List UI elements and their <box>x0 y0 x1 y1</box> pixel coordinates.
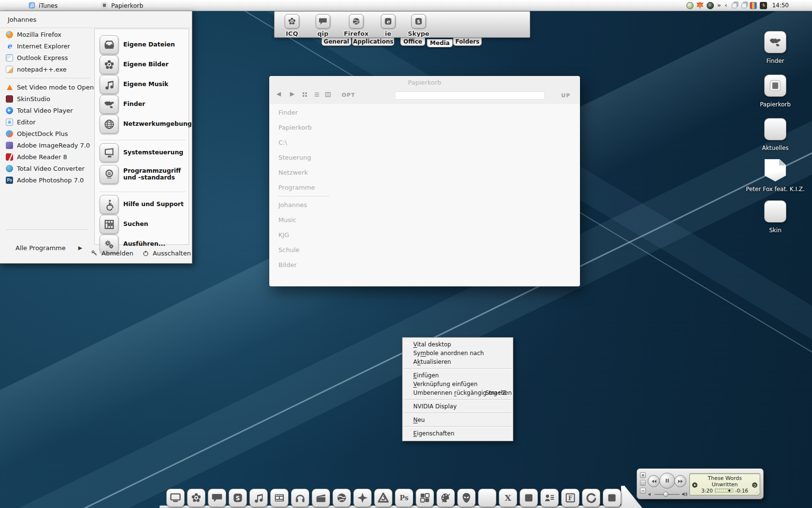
start-menu-item-editor[interactable]: ≡Editor <box>4 116 92 128</box>
sidebar-item-steuerung[interactable]: Steuerung <box>278 150 315 165</box>
tab-office[interactable]: Office <box>400 38 425 46</box>
desktop-icon-peter-fox-feat-k-i-z[interactable]: Peter Fox feat. K.I.Z. <box>746 159 804 193</box>
up-button[interactable]: UP <box>561 92 570 99</box>
shelf-app-firefox[interactable] <box>349 14 363 29</box>
dock-objectdock[interactable] <box>582 489 600 507</box>
sidebar-item-finder[interactable]: Finder <box>278 105 315 120</box>
dock-burner[interactable] <box>374 489 392 507</box>
dock-computer[interactable] <box>166 489 185 507</box>
context-menu-item-nvidia-display[interactable]: NVIDIA Display <box>403 402 513 411</box>
start-menu-place-systemsteuerung[interactable]: Systemsteuerung <box>100 143 188 163</box>
start-menu-item-adobe-imageready-7-0[interactable]: Adobe ImageReady 7.0 <box>4 139 92 151</box>
all-programs-button[interactable]: Alle Programme ▶ <box>15 244 82 252</box>
sidebar-item-bilder[interactable]: Bilder <box>278 257 315 272</box>
start-menu-place-finder[interactable]: Finder <box>100 94 188 114</box>
dock-paint[interactable] <box>436 489 455 507</box>
dock-skype[interactable]: S <box>229 489 247 507</box>
tab-media[interactable]: Media <box>427 39 453 47</box>
context-menu-item-vital-desktop[interactable]: Vital desktop <box>403 340 513 349</box>
start-menu-place-programmzugriff-und-standards[interactable]: Programmzugriff und -standards <box>100 163 188 186</box>
shelf-app-qip[interactable] <box>316 14 330 29</box>
start-menu-item-internet-explorer[interactable]: eInternet Explorer <box>4 40 92 52</box>
previous-button[interactable] <box>648 475 660 487</box>
dock-x11[interactable]: X <box>499 489 517 507</box>
dock-applications[interactable] <box>416 489 434 507</box>
dock-window[interactable] <box>520 489 538 507</box>
context-menu-item-eigenschaften[interactable]: Eigenschaften <box>403 429 513 438</box>
taskbar-item-itunes[interactable]: iTunes <box>28 0 58 11</box>
player-restore-button[interactable]: □ <box>640 480 646 486</box>
colorapp-icon[interactable] <box>750 2 757 9</box>
start-menu-item-set-video-mode-to-opengl[interactable]: Set Video mode to OpenGL <box>4 81 92 93</box>
start-menu-item-adobe-photoshop-7-0[interactable]: PsAdobe Photoshop 7.0 <box>4 174 92 186</box>
opt-button[interactable]: OPT <box>342 92 355 98</box>
desktop-icon-finder[interactable]: Finder <box>746 31 804 64</box>
desktop-icon-papierkorb[interactable]: Papierkorb <box>746 75 804 108</box>
start-menu-item-mozilla-firefox[interactable]: Mozilla Firefox <box>4 29 92 40</box>
desktop-icon-aktuelles[interactable]: Aktuelles <box>746 118 804 151</box>
next-button[interactable] <box>674 475 686 487</box>
start-menu-item-objectdock-plus[interactable]: ObjectDock Plus <box>4 128 92 139</box>
context-menu-item-umbenennen-r-ckg-ngig-machen[interactable]: Umbenennen rückgängig machenStrg+Z <box>403 388 513 397</box>
sidebar-item-netzwerk[interactable]: Netzwerk <box>278 165 315 180</box>
snagit-icon[interactable] <box>686 2 694 9</box>
dock-blank[interactable] <box>478 489 496 507</box>
start-menu-place-netzwerkumgebung[interactable]: Netzwerkumgebung <box>100 114 188 134</box>
context-menu-item-neu[interactable]: Neu <box>403 416 513 424</box>
taskbar-item-papierkorb[interactable]: Papierkorb <box>101 0 143 11</box>
start-menu-place-hilfe-und-support[interactable]: Hilfe und Support <box>100 194 188 214</box>
sidebar-item-music[interactable]: Music <box>278 212 315 227</box>
dock-star[interactable] <box>353 489 372 507</box>
column-view-button[interactable] <box>324 91 332 98</box>
winstack-icon[interactable] <box>732 3 737 8</box>
shutdown-button[interactable]: Ausschalten <box>142 250 191 257</box>
dock-video-editor[interactable] <box>312 489 330 507</box>
start-menu-item-outlook-express[interactable]: Outlook Express <box>4 52 92 63</box>
dock-movies[interactable] <box>270 489 289 507</box>
context-menu-item-symbole-anordnen-nach[interactable]: Symbole anordnen nach <box>403 349 513 358</box>
tab-applications[interactable]: Applications <box>352 38 394 46</box>
dock-photoshop[interactable]: Ps <box>395 489 413 507</box>
dock-audio[interactable] <box>291 489 309 507</box>
dock-alien[interactable] <box>457 489 476 507</box>
volume-knob[interactable] <box>663 492 668 497</box>
player-close-button[interactable]: × <box>640 472 646 478</box>
tab-general[interactable]: General <box>321 38 351 46</box>
player-minimize-button[interactable]: − <box>640 488 646 493</box>
dock-qip[interactable] <box>208 489 226 507</box>
pause-button[interactable] <box>659 473 675 489</box>
dock-fonts[interactable]: F <box>561 489 580 507</box>
dock-internet[interactable] <box>333 489 351 507</box>
search-input[interactable] <box>395 91 545 100</box>
resize-grip[interactable] <box>756 492 762 497</box>
start-menu-item-notepad-exe[interactable]: notepad++.exe <box>4 63 92 75</box>
context-menu-item-aktualisieren[interactable]: Aktualisieren <box>403 358 513 366</box>
sidebar-item-kjg[interactable]: KJG <box>278 227 315 242</box>
tab-folders[interactable]: Folders <box>453 38 482 46</box>
progress-bar[interactable] <box>715 489 733 493</box>
desktop-icon-skin[interactable]: Skin <box>746 200 804 234</box>
chevron-left-icon[interactable]: ‹ <box>724 2 727 9</box>
context-menu-item-verkn-pfung-einf-gen[interactable]: Verknüpfung einfügen <box>403 380 513 388</box>
dock-contacts[interactable] <box>540 489 559 507</box>
dock-icq[interactable] <box>187 489 205 507</box>
start-menu-item-total-video-player[interactable]: ▶Total Video Player <box>4 105 92 116</box>
dock-trash[interactable] <box>603 489 621 507</box>
sidebar-item-schule[interactable]: Schule <box>278 242 315 257</box>
context-menu-item-einf-gen[interactable]: Einfügen <box>403 371 513 380</box>
start-menu-place-suchen[interactable]: Suchen <box>100 214 188 234</box>
back-button[interactable]: ◀ <box>276 90 281 97</box>
dragon-icon[interactable] <box>696 2 704 9</box>
start-menu-item-skinstudio[interactable]: SkinStudio <box>4 93 92 105</box>
start-menu-item-total-video-converter[interactable]: Total Video Converter <box>4 163 92 174</box>
shelf-app-ie[interactable]: e <box>381 14 395 29</box>
icon-view-button[interactable] <box>301 91 308 98</box>
recorder-icon[interactable] <box>707 2 714 9</box>
sidebar-item-c[interactable]: C:\ <box>278 135 315 150</box>
logoff-button[interactable]: Abmelden <box>91 250 133 257</box>
chevron-right-icon[interactable]: » <box>717 2 722 9</box>
forward-button[interactable]: ▶ <box>290 90 294 97</box>
sidebar-item-johannes[interactable]: Johannes <box>278 197 315 212</box>
winstack-icon[interactable] <box>741 3 747 8</box>
start-menu-item-adobe-reader-8[interactable]: Adobe Reader 8 <box>4 151 92 163</box>
